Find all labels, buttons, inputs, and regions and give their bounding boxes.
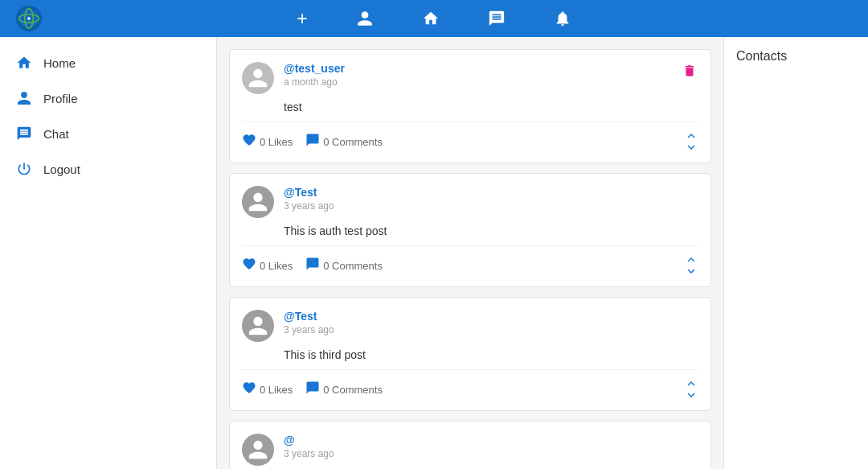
avatar <box>242 62 274 94</box>
sidebar-home-label: Home <box>43 56 76 70</box>
notification-nav-button[interactable] <box>554 7 571 30</box>
heart-icon <box>242 381 256 398</box>
post-footer: 0 Likes 0 Comments <box>242 369 698 402</box>
post-time: 3 years ago <box>284 200 698 212</box>
person-icon <box>16 90 32 106</box>
post-time: 3 years ago <box>284 324 698 335</box>
comment-icon <box>305 381 320 398</box>
top-nav: + <box>0 0 868 37</box>
expand-button[interactable] <box>684 376 698 402</box>
contacts-title: Contacts <box>736 49 856 64</box>
comments-count: 0 Comments <box>323 136 383 148</box>
content-area: @test_user a month ago test 0 Likes <box>217 37 723 469</box>
sidebar-item-profile[interactable]: Profile <box>0 80 216 116</box>
post-username[interactable]: @Test <box>284 186 698 199</box>
comments-count: 0 Comments <box>323 260 383 272</box>
sidebar-item-home[interactable]: Home <box>0 45 216 80</box>
avatar <box>242 186 274 218</box>
sidebar-item-chat[interactable]: Chat <box>0 116 216 151</box>
post-time: a month ago <box>284 76 681 88</box>
avatar <box>242 310 274 342</box>
post-header: @ 3 years ago <box>242 434 698 466</box>
heart-icon <box>242 257 256 274</box>
post-card: @Test 3 years ago This is third post 0 L… <box>229 297 711 411</box>
likes-count: 0 Likes <box>260 260 293 272</box>
comment-button[interactable]: 0 Comments <box>305 133 383 150</box>
post-card: @test_user a month ago test 0 Likes <box>229 49 711 163</box>
heart-icon <box>242 133 256 150</box>
comments-count: 0 Comments <box>323 384 383 396</box>
sidebar-logout-label: Logout <box>43 163 80 176</box>
main-layout: Home Profile Chat Logout <box>0 37 868 469</box>
sidebar: Home Profile Chat Logout <box>0 37 217 469</box>
sidebar-chat-label: Chat <box>43 127 69 141</box>
post-username[interactable]: @ <box>284 434 698 446</box>
home-icon <box>16 55 32 71</box>
svg-point-3 <box>27 17 31 20</box>
like-button[interactable]: 0 Likes <box>242 133 293 150</box>
chat-icon <box>16 125 32 142</box>
right-panel: Contacts <box>723 37 868 469</box>
post-body: This is third post <box>284 348 698 361</box>
post-time: 3 years ago <box>284 448 698 459</box>
comment-icon <box>305 257 320 274</box>
delete-post-button[interactable] <box>681 62 698 83</box>
post-header: @test_user a month ago <box>242 62 698 94</box>
post-card: @ 3 years ago This is second post <box>229 421 711 469</box>
post-header: @Test 3 years ago <box>242 310 698 342</box>
post-username[interactable]: @Test <box>284 310 698 323</box>
app-logo[interactable] <box>16 6 42 31</box>
post-body: This is auth test post <box>284 224 698 237</box>
likes-count: 0 Likes <box>260 384 293 396</box>
post-footer: 0 Likes 0 Comments <box>242 121 698 154</box>
post-username[interactable]: @test_user <box>284 62 681 75</box>
post-meta: @Test 3 years ago <box>284 310 698 335</box>
expand-button[interactable] <box>684 253 698 278</box>
post-meta: @test_user a month ago <box>284 62 681 88</box>
post-meta: @ 3 years ago <box>284 434 698 459</box>
home-nav-button[interactable] <box>422 7 440 30</box>
likes-count: 0 Likes <box>260 136 293 148</box>
power-icon <box>16 161 32 177</box>
post-body: test <box>284 101 698 113</box>
chat-nav-button[interactable] <box>488 7 506 30</box>
comment-button[interactable]: 0 Comments <box>305 381 383 398</box>
profile-nav-button[interactable] <box>356 7 374 30</box>
like-button[interactable]: 0 Likes <box>242 257 293 274</box>
avatar <box>242 434 274 466</box>
add-button[interactable]: + <box>297 7 308 30</box>
post-card: @Test 3 years ago This is auth test post… <box>229 173 711 287</box>
sidebar-profile-label: Profile <box>43 92 78 105</box>
post-meta: @Test 3 years ago <box>284 186 698 212</box>
sidebar-item-logout[interactable]: Logout <box>0 151 216 187</box>
expand-button[interactable] <box>684 129 698 154</box>
like-button[interactable]: 0 Likes <box>242 381 293 398</box>
comment-button[interactable]: 0 Comments <box>305 257 383 274</box>
top-nav-icons: + <box>297 7 571 30</box>
post-header: @Test 3 years ago <box>242 186 698 218</box>
comment-icon <box>305 133 320 150</box>
post-footer: 0 Likes 0 Comments <box>242 245 698 278</box>
